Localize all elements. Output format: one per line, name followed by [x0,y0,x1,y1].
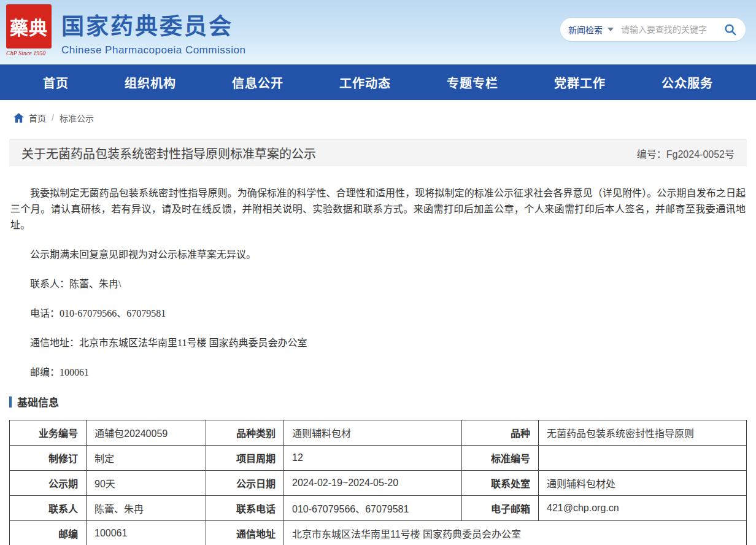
cell-value-zip: 100061 [87,521,206,545]
logo-caption: ChP Since 1950 [6,50,52,56]
doc-number: 编号：Fg2024-0052号 [637,146,735,161]
site-header: 藥典 ChP Since 1950 国家药典委员会 Chinese Pharma… [0,0,756,64]
cell-label-mailing-address: 通信地址 [206,521,284,545]
cell-label-business-no: 业务编号 [10,420,87,446]
cell-value-contact-person: 陈蕾、朱冉 [87,496,206,521]
table-row: 业务编号 通辅包20240059 品种类别 通则辅料包材 品种 无菌药品包装系统… [10,420,747,446]
search-box: 新闻检索 [560,18,746,41]
cell-label-revision-type: 制修订 [10,446,87,471]
search-input[interactable] [621,25,723,34]
search-category-dropdown[interactable]: 新闻检索 [568,23,614,36]
nav-item-home[interactable]: 首页 [43,74,69,91]
breadcrumb: 首页 / 标准公示 [0,100,756,135]
table-row: 公示期 90天 公示日期 2024-02-19~2024-05-20 联系处室 … [10,471,747,496]
cell-label-email: 电子邮箱 [462,496,539,521]
cell-label-contact-phone: 联系电话 [206,496,284,521]
cell-value-publicity-period: 90天 [87,471,206,496]
nav-item-public-service[interactable]: 公众服务 [662,74,713,91]
nav-item-organization[interactable]: 组织机构 [125,74,176,91]
breadcrumb-home-link[interactable]: 首页 [29,112,46,124]
cell-value-business-no: 通辅包20240059 [87,420,206,446]
section-accent-bar [9,396,12,408]
site-title-block: 国家药典委员会 Chinese Pharmacopoeia Commission [61,8,245,56]
site-logo[interactable]: 藥典 ChP Since 1950 [6,4,52,56]
search-button[interactable] [723,22,738,37]
cell-value-category: 通则辅料包材 [284,420,462,446]
nav-item-info-disclosure[interactable]: 信息公开 [232,74,284,91]
main-nav: 首页 组织机构 信息公开 工作动态 专题专栏 党群工作 公众服务 [0,64,756,100]
search-category-label: 新闻检索 [568,23,603,36]
search-icon [723,23,737,36]
cell-value-publicity-date: 2024-02-19~2024-05-20 [284,471,462,496]
cell-label-contact-office: 联系处室 [462,471,539,496]
cell-label-zip: 邮编 [10,521,87,545]
nav-item-work-news[interactable]: 工作动态 [339,74,391,91]
article-body: 我委拟制定无菌药品包装系统密封性指导原则。为确保标准的科学性、合理性和适用性，现… [9,166,747,381]
article-paragraph: 公示期满未回复意见即视为对公示标准草案无异议。 [10,247,746,263]
cell-value-revision-type: 制定 [87,446,206,471]
cell-label-variety: 品种 [462,420,539,446]
article-paragraph-contact: 联系人：陈蕾、朱冉\ [10,276,746,292]
breadcrumb-current: 标准公示 [60,112,94,124]
cell-value-contact-office: 通则辅料包材处 [539,471,747,496]
table-row: 邮编 100061 通信地址 北京市东城区法华南里11号楼 国家药典委员会办公室 [10,521,747,545]
cell-value-standard-no [539,446,747,471]
cell-value-contact-phone: 010-67079566、67079581 [284,496,462,521]
chevron-down-icon [608,28,614,31]
article-paragraph-zip: 邮编：100061 [10,365,746,381]
cell-value-mailing-address: 北京市东城区法华南里11号楼 国家药典委员会办公室 [284,521,747,545]
site-title-en: Chinese Pharmacopoeia Commission [61,44,245,56]
cell-label-category: 品种类别 [206,420,284,446]
cell-value-variety: 无菌药品包装系统密封性指导原则 [539,420,747,446]
cell-label-project-period: 项目周期 [206,446,284,471]
nav-item-party-work[interactable]: 党群工作 [554,74,606,91]
chp-seal-logo-icon: 藥典 [6,4,52,48]
home-icon[interactable] [14,113,24,123]
article-title: 关于无菌药品包装系统密封性指导原则标准草案的公示 [21,144,316,162]
cell-label-standard-no: 标准编号 [462,446,539,471]
article-paragraph-phone: 电话：010-67079566、67079581 [10,306,746,322]
article-paragraph: 我委拟制定无菌药品包装系统密封性指导原则。为确保标准的科学性、合理性和适用性，现… [10,185,746,233]
article-header: 关于无菌药品包装系统密封性指导原则标准草案的公示 编号：Fg2024-0052号 [9,139,747,166]
main-content: 关于无菌药品包装系统密封性指导原则标准草案的公示 编号：Fg2024-0052号… [0,139,756,545]
nav-item-special-topics[interactable]: 专题专栏 [447,74,498,91]
cell-label-publicity-period: 公示期 [10,471,87,496]
basic-info-section-header: 基础信息 [9,394,747,409]
table-row: 联系人 陈蕾、朱冉 联系电话 010-67079566、67079581 电子邮… [10,496,747,521]
cell-value-email: 421@chp.org.cn [539,496,747,521]
section-title: 基础信息 [17,394,59,409]
table-row: 制修订 制定 项目周期 12 标准编号 [10,446,747,471]
breadcrumb-separator: / [52,113,54,123]
site-title-cn: 国家药典委员会 [61,8,245,41]
cell-value-project-period: 12 [284,446,462,471]
cell-label-contact-person: 联系人 [10,496,87,521]
cell-label-publicity-date: 公示日期 [206,471,284,496]
article-paragraph-address: 通信地址：北京市东城区法华南里11号楼 国家药典委员会办公室 [10,335,746,351]
basic-info-table: 业务编号 通辅包20240059 品种类别 通则辅料包材 品种 无菌药品包装系统… [9,420,747,545]
